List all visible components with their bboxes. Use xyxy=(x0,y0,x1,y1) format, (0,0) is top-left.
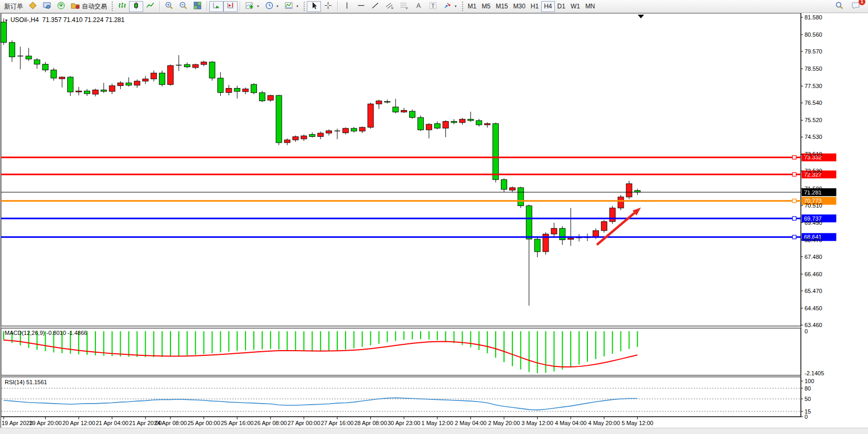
tab-timeframe-W1[interactable]: W1 xyxy=(568,1,583,12)
channel-tool-button[interactable]: E xyxy=(382,1,397,12)
tab-timeframe-MN[interactable]: MN xyxy=(583,1,598,12)
svg-text:71.500: 71.500 xyxy=(805,186,822,192)
svg-text:E: E xyxy=(391,6,393,9)
auto-scroll-button[interactable] xyxy=(209,1,223,12)
svg-text:100: 100 xyxy=(805,378,814,384)
svg-text:20 Apr 12:00: 20 Apr 12:00 xyxy=(62,420,95,426)
horizontal-line-tool-button[interactable] xyxy=(354,1,368,12)
svg-text:68.470: 68.470 xyxy=(805,237,822,243)
tab-timeframe-M1[interactable]: M1 xyxy=(465,1,479,12)
text-label-tool-button[interactable]: T xyxy=(426,1,440,12)
svg-text:19 Apr 20:00: 19 Apr 20:00 xyxy=(29,420,61,426)
cursor-tool-button[interactable] xyxy=(307,1,321,12)
clock-icon xyxy=(265,1,274,12)
candlestick-chart-button[interactable] xyxy=(129,1,143,12)
svg-text:77.530: 77.530 xyxy=(805,83,822,89)
svg-text:2 May 04:00: 2 May 04:00 xyxy=(455,420,487,426)
arrows-icon xyxy=(443,1,452,12)
chart-title: ▼USOil-,H4 71.357 71.410 71.224 71.281 xyxy=(4,16,124,24)
zoom-in-button[interactable] xyxy=(162,1,176,12)
market-watch-button[interactable] xyxy=(26,1,40,12)
vertical-line-tool-button[interactable] xyxy=(340,1,354,12)
chart-shift-icon xyxy=(226,1,235,12)
svg-text:66.460: 66.460 xyxy=(805,271,822,277)
zoom-in-icon xyxy=(165,1,174,12)
svg-text:72.530: 72.530 xyxy=(805,168,822,174)
trendline-tool-button[interactable] xyxy=(368,1,382,12)
equidistant-channel-icon: E xyxy=(385,1,394,12)
svg-text:28 Apr 08:00: 28 Apr 08:00 xyxy=(354,420,387,426)
svg-text:1 May 12:00: 1 May 12:00 xyxy=(422,420,454,426)
zoom-out-icon xyxy=(179,1,188,12)
text-label-icon: T xyxy=(428,1,437,12)
new-order-button[interactable]: 新订单 xyxy=(2,1,26,12)
tab-timeframe-M30[interactable]: M30 xyxy=(511,1,528,12)
signal-icon xyxy=(57,1,66,12)
periods-button[interactable]: ▼ xyxy=(262,1,282,12)
svg-text:69.490: 69.490 xyxy=(805,220,822,226)
auto-trading-button[interactable]: 自动交易 xyxy=(68,1,110,12)
svg-text:25 Apr 16:00: 25 Apr 16:00 xyxy=(221,420,253,426)
svg-text:26 Apr 08:00: 26 Apr 08:00 xyxy=(254,420,287,426)
svg-text:50: 50 xyxy=(805,396,811,402)
svg-text:67.480: 67.480 xyxy=(805,254,822,260)
terminal-button[interactable] xyxy=(40,1,54,12)
svg-text:75.520: 75.520 xyxy=(805,117,822,123)
tab-timeframe-H1[interactable]: H1 xyxy=(528,1,541,12)
svg-text:30 Apr 23:00: 30 Apr 23:00 xyxy=(388,420,420,426)
gold-diamond-icon xyxy=(28,1,37,12)
text-tool-button[interactable]: A xyxy=(412,1,426,12)
line-chart-button[interactable] xyxy=(143,1,157,12)
svg-text:21 Apr 04:00: 21 Apr 04:00 xyxy=(96,420,128,426)
chart-window[interactable]: 73.33272.32771.28170.77369.73768.64181.5… xyxy=(0,13,868,434)
line-chart-icon xyxy=(146,1,155,12)
collapse-triangle-icon[interactable]: ▼ xyxy=(4,18,8,23)
rsi-indicator-label: RSI(14) 51.1561 xyxy=(5,379,47,385)
svg-text:27 Apr 16:00: 27 Apr 16:00 xyxy=(321,420,353,426)
svg-text:63.460: 63.460 xyxy=(805,322,822,328)
svg-text:4 May 20:00: 4 May 20:00 xyxy=(588,420,620,426)
svg-text:24 Apr 08:00: 24 Apr 08:00 xyxy=(154,420,187,426)
search-button[interactable] xyxy=(832,1,846,12)
bar-chart-button[interactable] xyxy=(115,1,129,12)
svg-text:27 Apr 00:00: 27 Apr 00:00 xyxy=(287,420,320,426)
tab-timeframe-D1[interactable]: D1 xyxy=(555,1,568,12)
templates-button[interactable]: ▼ xyxy=(282,1,302,12)
fibonacci-tool-button[interactable]: F xyxy=(397,1,412,12)
price-chart-canvas[interactable]: 73.33272.32771.28170.77369.73768.64181.5… xyxy=(0,13,868,434)
chevron-down-icon: ▼ xyxy=(454,5,457,8)
svg-text:-2.1405: -2.1405 xyxy=(805,370,824,376)
macd-pane xyxy=(1,328,801,375)
svg-text:2 May 20:00: 2 May 20:00 xyxy=(488,420,520,426)
signal-button[interactable] xyxy=(54,1,68,12)
svg-text:81.580: 81.580 xyxy=(805,14,822,20)
chevron-down-icon: ▼ xyxy=(256,5,260,8)
tab-timeframe-M5[interactable]: M5 xyxy=(479,1,493,12)
cursor-icon xyxy=(309,1,318,12)
toolbar-grip[interactable] xyxy=(303,1,305,12)
search-icon xyxy=(835,1,844,12)
templates-icon xyxy=(284,1,294,12)
svg-text:A: A xyxy=(416,2,421,9)
terminal-icon xyxy=(42,1,51,12)
chart-shift-button[interactable] xyxy=(223,1,238,12)
svg-text:19 Apr 2023: 19 Apr 2023 xyxy=(2,420,33,426)
toolbar-grip[interactable] xyxy=(111,1,113,12)
vertical-line-icon xyxy=(342,1,351,12)
arrows-tool-button[interactable]: ▼ xyxy=(440,1,460,12)
notification-badge[interactable]: 1 xyxy=(859,0,865,5)
svg-text:73.510: 73.510 xyxy=(805,151,822,157)
auto-scroll-icon xyxy=(212,1,221,12)
zoom-out-button[interactable] xyxy=(176,1,190,12)
tab-timeframe-H4[interactable]: H4 xyxy=(541,1,554,12)
indicators-button[interactable]: ▼ xyxy=(242,1,262,12)
crosshair-icon xyxy=(324,1,333,12)
crosshair-tool-button[interactable] xyxy=(321,1,335,12)
candlestick-chart-icon xyxy=(132,1,141,12)
toolbar-grip[interactable] xyxy=(462,1,464,12)
svg-text:80: 80 xyxy=(805,385,811,392)
main-toolbar: 新订单 自动交易 xyxy=(0,0,868,13)
main-pane xyxy=(1,13,801,326)
tile-windows-button[interactable] xyxy=(190,1,205,12)
tab-timeframe-M15[interactable]: M15 xyxy=(493,1,510,12)
